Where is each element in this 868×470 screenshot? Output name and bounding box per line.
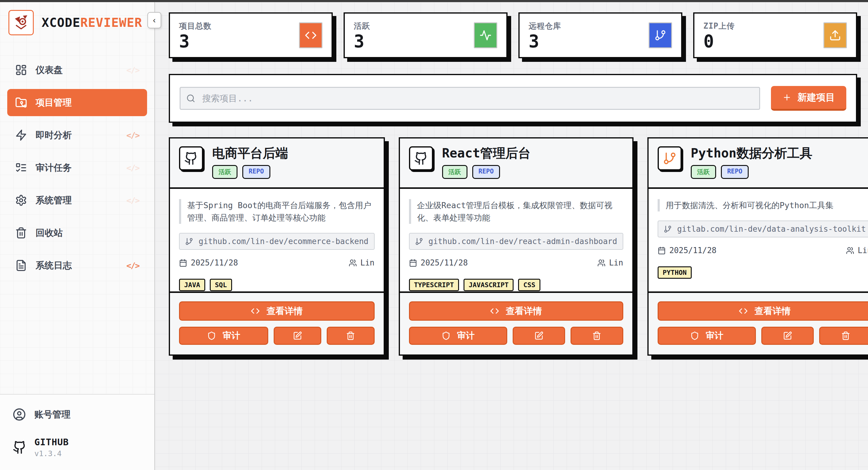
stat-label: 活跃: [354, 21, 370, 31]
delete-button[interactable]: [327, 327, 374, 345]
github-icon: [13, 440, 27, 454]
tag-row: PYTHON: [658, 266, 868, 279]
project-description: 企业级React管理后台模板，集成权限管理、数据可视化、表单处理等功能: [409, 199, 623, 224]
search-wrap: [180, 87, 760, 110]
code-icon: [305, 29, 317, 41]
trash-icon: [15, 227, 27, 239]
language-tag: CSS: [518, 279, 540, 291]
sidebar-footer: 账号管理 GITHUB v1.3.4: [0, 394, 154, 470]
users-icon: [846, 246, 854, 255]
project-description: 基于Spring Boot的电商平台后端服务，包含用户管理、商品管理、订单处理等…: [179, 199, 375, 224]
date-item: 2025/11/28: [658, 246, 717, 255]
code-icon: [739, 306, 748, 316]
audit-button[interactable]: 审计: [179, 327, 268, 345]
project-body: 用于数据清洗、分析和可视化的Python工具集 gitlab.com/lin-d…: [649, 189, 868, 291]
delete-button[interactable]: [819, 327, 868, 345]
project-footer: 查看详情 审计: [649, 291, 868, 354]
project-author: Lin: [361, 258, 375, 267]
trash-icon: [841, 331, 850, 340]
edit-button[interactable]: [274, 327, 321, 345]
delete-button[interactable]: [570, 327, 623, 345]
sidebar: XCODEREVIEWER 仪表盘 </> 项目管理 即时分析 </> 审计任务…: [0, 2, 155, 470]
activity-icon: [479, 29, 492, 41]
sidebar-item-label: 系统日志: [36, 259, 72, 272]
tag-row: JAVA SQL: [179, 279, 375, 291]
author-item: Lin: [846, 246, 868, 255]
stat-label: 项目总数: [179, 21, 212, 31]
language-tag: JAVA: [179, 279, 205, 291]
view-details-button[interactable]: 查看详情: [658, 301, 868, 321]
date-item: 2025/11/28: [409, 258, 468, 267]
sidebar-item-system-admin[interactable]: 系统管理 </>: [7, 190, 147, 210]
stat-tile: [299, 22, 322, 48]
top-accent-bar: [0, 0, 868, 2]
meta-row: 2025/11/28 Lin: [409, 258, 623, 267]
project-author: Lin: [609, 258, 623, 267]
repo-url: gitlab.com/lin-dev/data-analysis-toolkit: [677, 225, 866, 234]
repo-badge: REPO: [721, 165, 749, 179]
language-tag: PYTHON: [658, 266, 692, 279]
author-item: Lin: [349, 258, 375, 267]
search-input[interactable]: [180, 87, 760, 110]
view-details-button[interactable]: 查看详情: [179, 301, 375, 321]
language-tag: SQL: [210, 279, 232, 291]
calendar-icon: [179, 259, 187, 267]
stat-value: 3: [529, 33, 561, 50]
project-footer: 查看详情 审计: [170, 291, 384, 354]
sidebar-item-dashboard[interactable]: 仪表盘 </>: [7, 60, 147, 80]
stat-tile: [474, 22, 497, 48]
sidebar-item-recycle-bin[interactable]: 回收站: [7, 223, 147, 243]
audit-button[interactable]: 审计: [409, 327, 507, 345]
project-date: 2025/11/28: [191, 258, 238, 267]
sidebar-item-system-logs[interactable]: 系统日志 </>: [7, 256, 147, 275]
sidebar-item-instant-analysis[interactable]: 即时分析 </>: [7, 125, 147, 145]
search-icon: [186, 94, 195, 103]
new-project-button[interactable]: 新建项目: [771, 86, 846, 111]
audit-label: 审计: [706, 330, 723, 342]
dashboard-icon: [15, 64, 27, 76]
sidebar-item-projects[interactable]: 项目管理: [7, 89, 147, 116]
edit-icon: [534, 331, 544, 340]
user-circle-icon: [13, 408, 26, 421]
sidebar-item-audit-tasks[interactable]: 审计任务 </>: [7, 158, 147, 178]
project-card-react-admin: React管理后台 活跃 REPO 企业级React管理后台模板，集成权限管理、…: [399, 137, 633, 356]
project-header: 电商平台后端 活跃 REPO: [170, 139, 384, 189]
edit-button[interactable]: [513, 327, 565, 345]
meta-row: 2025/11/28 Lin: [179, 258, 375, 267]
sidebar-item-account[interactable]: 账号管理: [13, 408, 142, 421]
sidebar-collapse-button[interactable]: ‹: [147, 12, 161, 28]
view-details-label: 查看详情: [267, 305, 303, 317]
stat-card-active: 活跃 3: [344, 12, 507, 58]
chevron-left-icon: ‹: [153, 16, 156, 25]
audit-button[interactable]: 审计: [658, 327, 756, 345]
users-icon: [349, 259, 357, 267]
app-logo: [8, 10, 34, 35]
action-row: 审计: [409, 327, 623, 345]
repo-url: github.com/lin-dev/ecommerce-backend: [198, 237, 369, 246]
repo-url-box: github.com/lin-dev/ecommerce-backend: [179, 233, 375, 250]
language-tag: JAVASCRIPT: [464, 279, 514, 291]
brand-title: XCODEREVIEWER: [41, 16, 142, 30]
badge-row: 活跃 REPO: [442, 165, 531, 179]
edit-button[interactable]: [761, 327, 814, 345]
code-deco-icon: </>: [126, 65, 139, 75]
project-footer: 查看详情 审计: [400, 291, 632, 354]
project-body: 基于Spring Boot的电商平台后端服务，包含用户管理、商品管理、订单处理等…: [170, 189, 384, 291]
project-card-ecommerce-backend: 电商平台后端 活跃 REPO 基于Spring Boot的电商平台后端服务，包含…: [169, 137, 385, 356]
list-todo-icon: [15, 162, 27, 174]
brand-black: XCODE: [41, 16, 80, 30]
date-item: 2025/11/28: [179, 258, 238, 267]
status-badge: 活跃: [442, 165, 467, 179]
project-source-box: [179, 146, 203, 171]
view-details-label: 查看详情: [506, 305, 542, 317]
brand-orange: REVIEWER: [80, 16, 142, 30]
repo-url-box: github.com/lin-dev/react-admin-dashboard: [409, 233, 623, 250]
repo-url-box: gitlab.com/lin-dev/data-analysis-toolkit: [658, 221, 868, 237]
repo-badge: REPO: [242, 165, 270, 179]
project-grid: 电商平台后端 活跃 REPO 基于Spring Boot的电商平台后端服务，包含…: [169, 137, 857, 356]
logo-row: XCODEREVIEWER: [0, 2, 154, 41]
view-details-button[interactable]: 查看详情: [409, 301, 623, 321]
platform-info: GITHUB v1.3.4: [13, 437, 142, 458]
project-author: Lin: [858, 246, 868, 255]
action-row: 审计: [179, 327, 375, 345]
